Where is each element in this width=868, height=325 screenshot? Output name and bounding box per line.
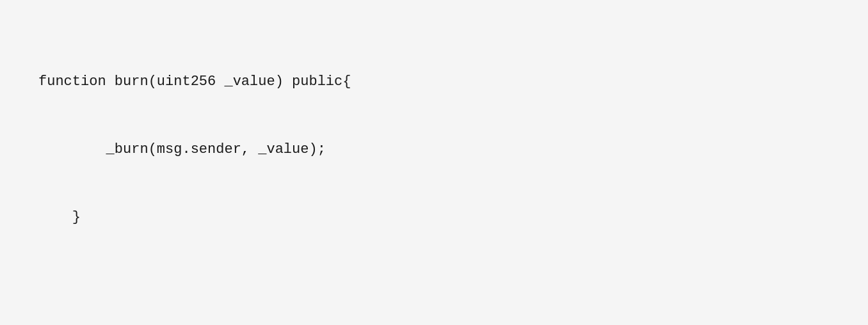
code-block: function burn(uint256 _value) public{ _b… (38, 26, 830, 325)
code-line-3: } (38, 206, 830, 228)
code-line-2: _burn(msg.sender, _value); (38, 138, 830, 161)
code-container: function burn(uint256 _value) public{ _b… (0, 0, 868, 325)
code-line-1: function burn(uint256 _value) public{ (38, 70, 830, 93)
code-line-4-empty (38, 273, 830, 296)
